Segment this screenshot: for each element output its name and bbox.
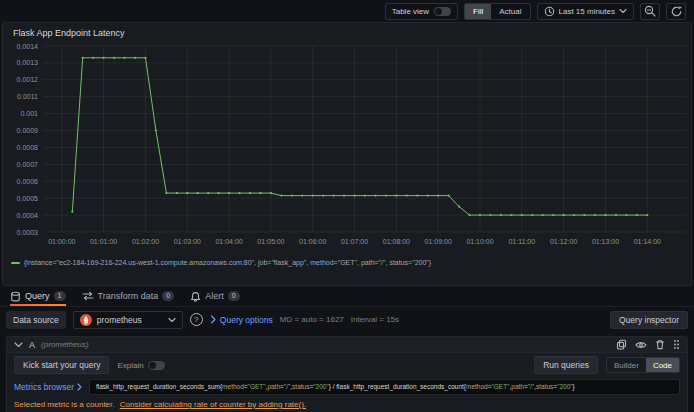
fill-button[interactable]: Fill [465,4,491,19]
warning-text: Selected metric is a counter. [14,400,115,409]
chevron-down-icon [168,317,176,323]
editor-tabs: Query 1 Transform data 0 Alert 0 [0,286,694,307]
metrics-browser-toggle[interactable]: Metrics browser [14,382,82,392]
hide-response-eye-icon[interactable] [635,340,647,350]
remove-query-trash-icon[interactable] [655,339,665,350]
tab-label: Query [25,291,50,301]
code-button[interactable]: Code [646,358,679,372]
zoom-out-button[interactable] [640,3,660,20]
query-options-toggle[interactable]: Query options [210,315,273,325]
svg-text:0.0009: 0.0009 [17,127,39,134]
bell-icon [190,291,201,302]
svg-text:01:11:00: 01:11:00 [508,238,535,245]
svg-text:0.0003: 0.0003 [17,229,39,236]
builder-code-segment: Builder Code [606,357,680,373]
svg-text:01:05:00: 01:05:00 [257,238,284,245]
query-datasource-hint: (prometheus) [41,340,89,349]
query-row-actions [616,339,680,350]
explain-label: Explain [117,361,143,370]
tab-transform-data[interactable]: Transform data 0 [82,286,175,306]
prometheus-icon [80,314,92,326]
drag-handle[interactable] [673,339,680,350]
kick-start-query-button[interactable]: Kick start your query [14,356,109,374]
query-options-label: Query options [220,315,273,325]
clock-icon [544,6,555,17]
explain-toggle-group: Explain [117,361,164,370]
actual-button[interactable]: Actual [491,4,529,19]
interval-summary: Interval = 15s [351,315,399,324]
refresh-icon [670,5,683,18]
query-toolbar: Kick start your query Explain Run querie… [7,353,687,376]
counter-warning: Selected metric is a counter. Consider c… [7,397,687,410]
tab-label: Transform data [98,291,159,301]
query-expression-row: Metrics browser flask_http_request_durat… [7,376,687,397]
zoom-out-icon [644,5,656,17]
svg-text:01:03:00: 01:03:00 [174,238,201,245]
builder-button[interactable]: Builder [607,358,646,372]
datasource-label: Data source [6,311,66,329]
time-range-label: Last 15 minutes [559,7,615,16]
warning-hint-link[interactable]: Consider calculating rate of counter by … [120,400,306,409]
svg-text:0.0007: 0.0007 [17,161,39,168]
legend-series-marker [11,262,20,264]
top-toolbar: Table view Fill Actual Last 15 minutes [0,0,694,22]
svg-text:0.0014: 0.0014 [17,43,39,50]
explain-switch[interactable] [148,361,165,370]
svg-text:01:00:00: 01:00:00 [48,238,75,245]
datasource-help-icon[interactable] [190,313,203,326]
database-icon [10,291,21,302]
transform-icon [82,291,94,301]
grafana-panel-editor: Table view Fill Actual Last 15 minutes [0,0,694,412]
tab-label: Alert [205,291,224,301]
svg-text:01:12:00: 01:12:00 [550,238,577,245]
chevron-down-icon [14,342,23,348]
panel-title: Flask App Endpoint Latency [3,23,691,40]
chevron-right-icon [77,383,82,391]
latency-chart[interactable]: 01:00:0001:01:0001:02:0001:03:0001:04:00… [3,40,693,258]
tab-count-badge: 1 [54,291,66,301]
datasource-row: Data source prometheus Query options MD … [0,307,694,332]
svg-text:0.0011: 0.0011 [17,93,38,100]
tab-alert[interactable]: Alert 0 [190,286,240,306]
promql-expression-input[interactable]: flask_http_request_duration_seconds_sum{… [89,379,680,395]
tab-query[interactable]: Query 1 [10,286,66,306]
datasource-selected-value: prometheus [97,315,142,325]
legend-item[interactable]: {instance="ec2-184-169-216-224.us-west-1… [3,258,691,266]
svg-text:0.0013: 0.0013 [17,59,39,66]
fill-actual-segment: Fill Actual [464,3,530,20]
query-inspector-button[interactable]: Query inspector [610,311,688,329]
tab-count-badge: 0 [228,291,240,301]
svg-text:0.0004: 0.0004 [17,212,39,219]
query-row-header[interactable]: A (prometheus) [7,337,687,353]
time-range-picker[interactable]: Last 15 minutes [537,3,634,20]
svg-text:0.0008: 0.0008 [17,144,39,151]
table-view-switch[interactable] [434,7,451,16]
svg-text:01:09:00: 01:09:00 [425,238,452,245]
svg-text:01:04:00: 01:04:00 [215,238,242,245]
datasource-picker[interactable]: prometheus [73,311,183,329]
svg-text:01:02:00: 01:02:00 [132,238,159,245]
refresh-button[interactable] [666,3,686,20]
table-view-label: Table view [392,7,429,16]
query-ref-id: A [29,340,35,350]
max-data-points-summary: MD = auto = 1627 [280,315,344,324]
svg-text:01:14:00: 01:14:00 [634,238,661,245]
svg-text:0.0005: 0.0005 [17,195,39,202]
chevron-right-icon [210,315,216,324]
svg-text:01:01:00: 01:01:00 [90,238,117,245]
panel: Flask App Endpoint Latency 01:00:0001:01… [2,22,692,286]
chevron-down-icon [619,8,627,14]
table-view-toggle[interactable]: Table view [385,3,458,20]
svg-text:01:10:00: 01:10:00 [466,238,493,245]
svg-text:0.0006: 0.0006 [17,178,39,185]
svg-text:01:06:00: 01:06:00 [299,238,326,245]
run-queries-button[interactable]: Run queries [534,356,598,374]
metrics-browser-label: Metrics browser [14,382,74,392]
svg-text:01:13:00: 01:13:00 [592,238,619,245]
duplicate-query-icon[interactable] [616,339,627,350]
svg-text:01:08:00: 01:08:00 [383,238,410,245]
query-row-card: A (prometheus) Kick start your query [6,336,688,412]
svg-text:01:07:00: 01:07:00 [341,238,368,245]
legend-series-label: {instance="ec2-184-169-216-224.us-west-1… [24,259,431,266]
tab-count-badge: 0 [162,291,174,301]
